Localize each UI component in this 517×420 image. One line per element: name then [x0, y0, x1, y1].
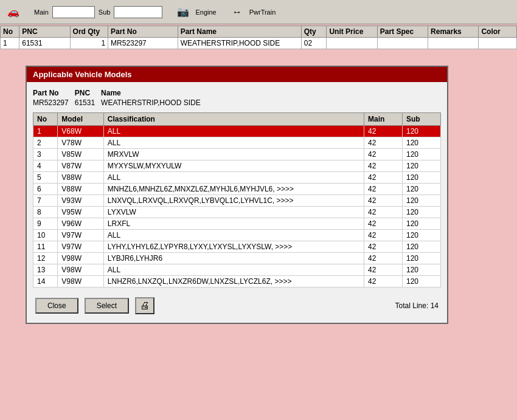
vrow-sub: 120: [403, 207, 441, 218]
vrow-model: V93W: [58, 195, 104, 207]
main-input[interactable]: [52, 6, 95, 18]
vehicle-row[interactable]: 12 V98W LYBJR6,LYHJR6 42 120: [33, 253, 441, 264]
vrow-main: 42: [364, 207, 403, 218]
main-section: Main Sub: [34, 6, 162, 18]
pwrtrain-label: PwrTrain: [249, 9, 276, 16]
print-button[interactable]: 🖨: [135, 297, 154, 314]
vrow-main: 42: [364, 241, 403, 253]
parts-table-area: No PNC Ord Qty Part No Part Name Qty Uni…: [0, 24, 517, 50]
vrow-class: LYXVLW: [103, 207, 364, 218]
vrow-sub: 120: [403, 218, 441, 230]
vehicle-row[interactable]: 3 V85W MRXVLW 42 120: [33, 149, 441, 160]
cell-qty: 02: [301, 38, 327, 49]
modal-footer-left: Close Select 🖨: [35, 297, 154, 314]
vrow-class: ALL: [103, 172, 364, 184]
vrow-no: 4: [33, 160, 58, 172]
vrow-no: 14: [33, 276, 58, 287]
vrow-class: LYBJR6,LYHJR6: [103, 253, 364, 264]
vehicle-row[interactable]: 4 V87W MYXYSLW,MYXYULW 42 120: [33, 160, 441, 172]
vrow-model: V68W: [58, 126, 104, 137]
vrow-main: 42: [364, 172, 403, 184]
camera-section: 📷 Engine: [175, 5, 216, 19]
modal-title: Applicable Vehicle Models: [33, 70, 132, 79]
col-ord-qty: Ord Qty: [70, 26, 108, 38]
vrow-class: LNXVQL,LRXVQL,LRXVQR,LYBVQL1C,LYHVL1C, >…: [103, 195, 364, 207]
vehicle-table: No Model Classification Main Sub 1 V68W …: [33, 112, 441, 287]
vrow-class: ALL: [103, 230, 364, 241]
vrow-model: V97W: [58, 230, 104, 241]
cell-unit-price: [327, 38, 377, 49]
vrow-class: MRXVLW: [103, 149, 364, 160]
vrow-class: LRXFL: [103, 218, 364, 230]
applicable-vehicle-modal: Applicable Vehicle Models Part No PNC Na…: [26, 66, 448, 324]
close-button[interactable]: Close: [35, 298, 78, 314]
sub-input[interactable]: [114, 6, 162, 18]
cell-part-spec: [377, 38, 428, 49]
vrow-main: 42: [364, 160, 403, 172]
vrow-model: V96W: [58, 218, 104, 230]
vrow-sub: 120: [403, 264, 441, 276]
col-part-name: Part Name: [178, 26, 301, 38]
vehicle-row[interactable]: 10 V97W ALL 42 120: [33, 230, 441, 241]
total-line-value: 14: [431, 301, 439, 310]
table-row: 1 61531 1 MR523297 WEATHERSTRIP,HOOD SID…: [1, 38, 517, 49]
vehicle-row[interactable]: 9 V96W LRXFL 42 120: [33, 218, 441, 230]
vehicle-row[interactable]: 11 V97W LYHY,LYHYL6Z,LYPYR8,LYXY,LYXYSL,…: [33, 241, 441, 253]
vrow-main: 42: [364, 264, 403, 276]
vrow-class: ALL: [103, 137, 364, 149]
col-pnc: PNC: [19, 26, 70, 38]
cell-no: 1: [1, 38, 19, 49]
vrow-no: 12: [33, 253, 58, 264]
vehicle-table-header: No Model Classification Main Sub: [33, 113, 441, 126]
vrow-no: 2: [33, 137, 58, 149]
vrow-main: 42: [364, 218, 403, 230]
vehicle-row[interactable]: 14 V98W LNHZR6,LNXZQL,LNXZR6DW,LNXZSL,LY…: [33, 276, 441, 287]
col-part-no: Part No: [108, 26, 178, 38]
vehicle-row[interactable]: 1 V68W ALL 42 120: [33, 126, 441, 137]
toolbar: 🚗 Main Sub 📷 Engine ↔ PwrTrain: [0, 0, 517, 24]
vehicle-row[interactable]: 6 V88W MNHZL6,MNHZL6Z,MNXZL6Z,MYHJL6,MYH…: [33, 184, 441, 195]
vcol-classification: Classification: [103, 113, 364, 126]
toolbar-icon-section: 🚗: [5, 5, 22, 19]
cell-remarks: [428, 38, 479, 49]
vrow-no: 9: [33, 218, 58, 230]
vehicle-row[interactable]: 2 V78W ALL 42 120: [33, 137, 441, 149]
vrow-sub: 120: [403, 137, 441, 149]
col-part-spec: Part Spec: [377, 26, 428, 38]
vrow-main: 42: [364, 149, 403, 160]
cell-pnc: 61531: [19, 38, 70, 49]
vrow-no: 1: [33, 126, 58, 137]
vrow-model: V98W: [58, 276, 104, 287]
cell-part-no: MR523297: [108, 38, 178, 49]
vrow-class: ALL: [103, 126, 364, 137]
total-line: Total Line: 14: [395, 301, 439, 310]
vrow-sub: 120: [403, 126, 441, 137]
vrow-no: 3: [33, 149, 58, 160]
vrow-sub: 120: [403, 195, 441, 207]
modal-title-bar: Applicable Vehicle Models: [27, 67, 447, 82]
col-no: No: [1, 26, 19, 38]
vrow-no: 11: [33, 241, 58, 253]
vrow-model: V87W: [58, 160, 104, 172]
modal-backdrop: Applicable Vehicle Models Part No PNC Na…: [0, 0, 517, 420]
col-remarks: Remarks: [428, 26, 479, 38]
vrow-main: 42: [364, 195, 403, 207]
vehicle-row[interactable]: 5 V88W ALL 42 120: [33, 172, 441, 184]
vehicle-row[interactable]: 7 V93W LNXVQL,LRXVQL,LRXVQR,LYBVQL1C,LYH…: [33, 195, 441, 207]
vrow-model: V88W: [58, 172, 104, 184]
vrow-main: 42: [364, 126, 403, 137]
main-label: Main: [34, 9, 49, 16]
camera-icon: 📷: [175, 5, 192, 19]
vrow-model: V78W: [58, 137, 104, 149]
vrow-no: 10: [33, 230, 58, 241]
col-qty: Qty: [301, 26, 327, 38]
vrow-main: 42: [364, 137, 403, 149]
vrow-main: 42: [364, 253, 403, 264]
select-button[interactable]: Select: [85, 298, 129, 314]
vrow-model: V88W: [58, 184, 104, 195]
vehicle-row[interactable]: 8 V95W LYXVLW 42 120: [33, 207, 441, 218]
vrow-sub: 120: [403, 184, 441, 195]
vrow-no: 7: [33, 195, 58, 207]
vehicle-row[interactable]: 13 V98W ALL 42 120: [33, 264, 441, 276]
vrow-sub: 120: [403, 160, 441, 172]
